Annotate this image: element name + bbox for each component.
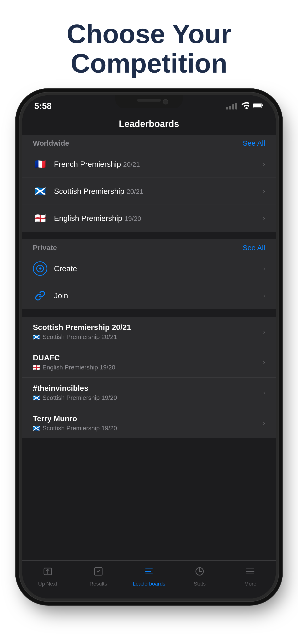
- item-name: French Premiership: [54, 160, 123, 168]
- phone-screen: 5:58: [22, 95, 276, 598]
- private-section-title: Private: [33, 244, 57, 252]
- list-item[interactable]: 🏴󠁧󠁢󠁳󠁣󠁴󠁿 Scottish Premiership 20/21 ›: [22, 178, 276, 205]
- english-flag-icon: 🏴󠁧󠁢󠁥󠁮󠁧󠁿: [33, 211, 47, 226]
- league-name: DUAFC: [33, 354, 260, 362]
- chevron-right-icon: ›: [263, 358, 265, 366]
- league-item[interactable]: #theinvincibles 🏴󠁧󠁢󠁳󠁣󠁴󠁿 Scottish Premier…: [22, 378, 276, 408]
- league-label: Scottish Premiership 19/20: [43, 424, 117, 432]
- league-item[interactable]: DUAFC 🏴󠁧󠁢󠁥󠁮󠁧󠁿 English Premiership 19/20 …: [22, 347, 276, 378]
- nav-title: Leaderboards: [22, 114, 276, 135]
- chevron-right-icon: ›: [263, 328, 265, 336]
- league-sub: 🏴󠁧󠁢󠁳󠁣󠁴󠁿 Scottish Premiership 20/21: [33, 333, 260, 341]
- list-item[interactable]: 🇫🇷 French Premiership 20/21 ›: [22, 151, 276, 178]
- up-next-icon: [43, 566, 53, 579]
- phone-frame: 5:58: [20, 92, 278, 601]
- chevron-right-icon: ›: [263, 160, 265, 168]
- league-flag-icon: 🏴󠁧󠁢󠁥󠁮󠁧󠁿: [33, 364, 40, 371]
- league-sub: 🏴󠁧󠁢󠁳󠁣󠁴󠁿 Scottish Premiership 19/20: [33, 394, 260, 402]
- tab-label-results: Results: [89, 581, 107, 587]
- worldwide-list: 🇫🇷 French Premiership 20/21 › 🏴󠁧󠁢󠁳󠁣󠁴󠁿 Sc…: [22, 151, 276, 232]
- item-text: French Premiership 20/21: [54, 160, 260, 169]
- item-text: Scottish Premiership 20/21: [54, 187, 260, 196]
- chevron-right-icon: ›: [263, 292, 265, 300]
- item-season: 20/21: [123, 161, 140, 168]
- chevron-right-icon: ›: [263, 419, 265, 427]
- worldwide-section-title: Worldwide: [33, 139, 69, 147]
- league-label: Scottish Premiership 20/21: [43, 333, 117, 341]
- page-title: Choose Your Competition: [14, 19, 284, 78]
- my-leagues-list: Scottish Premiership 20/21 🏴󠁧󠁢󠁳󠁣󠁴󠁿 Scott…: [22, 317, 276, 438]
- league-sub: 🏴󠁧󠁢󠁳󠁣󠁴󠁿 Scottish Premiership 19/20: [33, 424, 260, 432]
- league-name: #theinvincibles: [33, 384, 260, 393]
- chevron-right-icon: ›: [263, 265, 265, 272]
- item-text: #theinvincibles 🏴󠁧󠁢󠁳󠁣󠁴󠁿 Scottish Premier…: [33, 384, 260, 402]
- tab-label-up-next: Up Next: [38, 581, 57, 587]
- create-label: Create: [54, 264, 77, 273]
- item-text: Terry Munro 🏴󠁧󠁢󠁳󠁣󠁴󠁿 Scottish Premiership…: [33, 414, 260, 432]
- leaderboards-icon: [144, 566, 154, 579]
- league-flag-icon: 🏴󠁧󠁢󠁳󠁣󠁴󠁿: [33, 394, 40, 401]
- phone-wrapper: 5:58: [20, 92, 278, 644]
- league-name: Terry Munro: [33, 414, 260, 423]
- league-flag-icon: 🏴󠁧󠁢󠁳󠁣󠁴󠁿: [33, 425, 40, 432]
- tab-label-stats: Stats: [194, 581, 206, 587]
- item-text: Create: [54, 264, 260, 273]
- notch-speaker: [137, 99, 161, 102]
- league-label: Scottish Premiership 19/20: [43, 394, 117, 402]
- notch: [115, 95, 183, 108]
- tab-leaderboards[interactable]: Leaderboards: [123, 564, 174, 589]
- section-spacer: [22, 309, 276, 317]
- chevron-right-icon: ›: [263, 214, 265, 222]
- worldwide-section-header: Worldwide See All: [22, 135, 276, 151]
- signal-bars-icon: [226, 103, 237, 110]
- league-flag-icon: 🏴󠁧󠁢󠁳󠁣󠁴󠁿: [33, 334, 40, 340]
- league-item[interactable]: Terry Munro 🏴󠁧󠁢󠁳󠁣󠁴󠁿 Scottish Premiership…: [22, 408, 276, 438]
- join-label: Join: [54, 291, 68, 300]
- svg-rect-2: [262, 104, 263, 106]
- private-see-all-button[interactable]: See All: [243, 244, 265, 252]
- league-name: Scottish Premiership 20/21: [33, 323, 260, 332]
- create-icon: [33, 262, 47, 276]
- item-name: Scottish Premiership: [54, 187, 126, 196]
- tab-label-leaderboards: Leaderboards: [133, 581, 165, 587]
- french-flag-icon: 🇫🇷: [33, 157, 47, 171]
- item-text: English Premiership 19/20: [54, 214, 260, 223]
- item-text: Join: [54, 291, 260, 300]
- wifi-icon: [241, 102, 249, 110]
- join-icon: [33, 288, 47, 303]
- scottish-flag-icon: 🏴󠁧󠁢󠁳󠁣󠁴󠁿: [33, 184, 47, 198]
- join-item[interactable]: Join ›: [22, 282, 276, 309]
- chevron-right-icon: ›: [263, 389, 265, 396]
- section-spacer: [22, 232, 276, 239]
- notch-camera: [163, 99, 168, 104]
- tab-stats[interactable]: Stats: [175, 564, 225, 589]
- more-icon: [245, 566, 255, 579]
- list-item[interactable]: 🏴󠁧󠁢󠁥󠁮󠁧󠁿 English Premiership 19/20 ›: [22, 205, 276, 232]
- page-header: Choose Your Competition: [0, 0, 298, 92]
- tab-label-more: More: [244, 581, 256, 587]
- tab-up-next[interactable]: Up Next: [22, 564, 73, 589]
- item-text: Scottish Premiership 20/21 🏴󠁧󠁢󠁳󠁣󠁴󠁿 Scott…: [33, 323, 260, 341]
- svg-rect-1: [253, 104, 261, 107]
- worldwide-see-all-button[interactable]: See All: [243, 139, 265, 147]
- tab-more[interactable]: More: [225, 564, 276, 589]
- private-section-header: Private See All: [22, 239, 276, 255]
- status-time: 5:58: [34, 101, 52, 111]
- league-label: English Premiership 19/20: [43, 364, 115, 371]
- nav-title-text: Leaderboards: [119, 119, 179, 129]
- tab-bar: Up Next Results: [22, 560, 276, 598]
- status-icons: [226, 102, 264, 110]
- stats-icon: [195, 566, 205, 579]
- chevron-right-icon: ›: [263, 187, 265, 195]
- tab-results[interactable]: Results: [73, 564, 123, 589]
- league-item[interactable]: Scottish Premiership 20/21 🏴󠁧󠁢󠁳󠁣󠁴󠁿 Scott…: [22, 317, 276, 347]
- item-text: DUAFC 🏴󠁧󠁢󠁥󠁮󠁧󠁿 English Premiership 19/20: [33, 354, 260, 371]
- results-icon: [93, 566, 103, 579]
- item-season: 19/20: [124, 215, 141, 222]
- private-list: Create › Join ›: [22, 255, 276, 309]
- item-season: 20/21: [126, 188, 143, 195]
- league-sub: 🏴󠁧󠁢󠁥󠁮󠁧󠁿 English Premiership 19/20: [33, 364, 260, 371]
- battery-icon: [253, 102, 264, 110]
- create-item[interactable]: Create ›: [22, 255, 276, 282]
- item-name: English Premiership: [54, 214, 124, 222]
